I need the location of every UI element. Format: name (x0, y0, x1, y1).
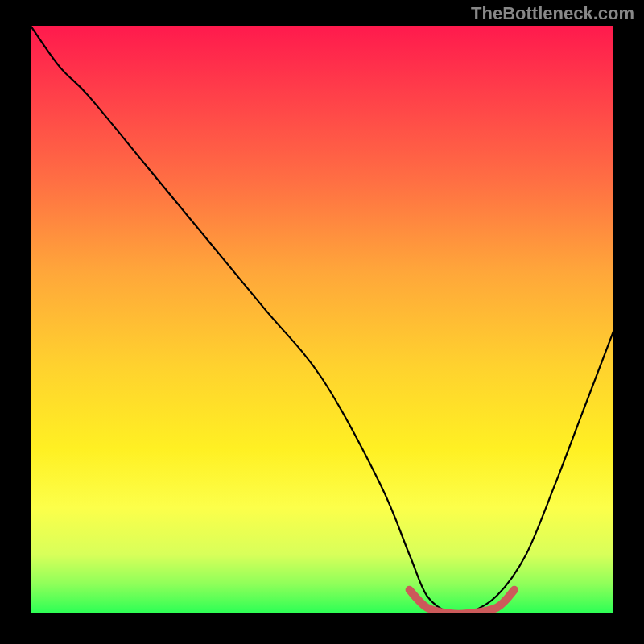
attribution-text: TheBottleneck.com (471, 3, 634, 24)
bottleneck-curve-path (31, 26, 613, 613)
chart-plot-area (31, 26, 613, 613)
chart-svg (31, 26, 613, 613)
